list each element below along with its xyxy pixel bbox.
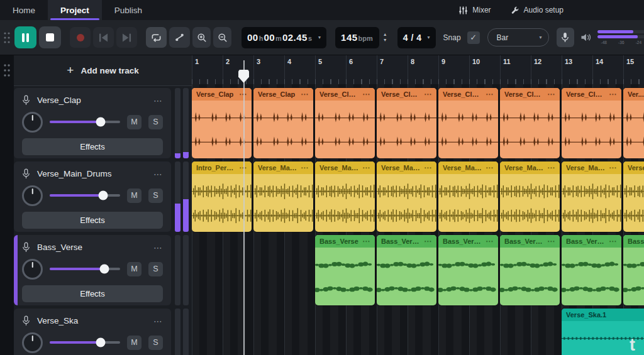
audio-clip[interactable]: Verse_Main_...⋯ — [438, 161, 498, 232]
track-menu-button[interactable]: ⋯ — [153, 243, 163, 253]
solo-button[interactable]: S — [148, 262, 163, 276]
track-menu-button[interactable]: ⋯ — [153, 169, 163, 179]
mute-button[interactable]: M — [127, 188, 142, 203]
clip-label: Verse_Main_... — [504, 164, 543, 172]
audio-clip[interactable]: Bass_V...⋯ — [623, 235, 644, 305]
audio-clip[interactable]: Verse_Main_...⋯ — [253, 161, 313, 232]
volume-slider-thumb[interactable] — [99, 191, 108, 200]
clip-menu-button[interactable]: ⋯ — [609, 163, 617, 172]
clip-menu-button[interactable]: ⋯ — [362, 90, 370, 99]
audio-clip[interactable]: Intro_Percus...⋯ — [192, 161, 252, 232]
timeline-grid[interactable]: Verse_Clap⋯Verse_Clap⋯Verse_Clap.1⋯Verse… — [192, 84, 644, 355]
automation-button[interactable] — [169, 27, 190, 48]
audio-clip[interactable]: Verse_Main_...⋯ — [315, 161, 375, 232]
mixer-button[interactable]: Mixer — [458, 6, 491, 15]
time-display-caret-icon[interactable]: ▾ — [318, 35, 321, 40]
snap-checkbox[interactable]: ✓ — [467, 31, 480, 44]
volume-slider-thumb[interactable] — [100, 265, 109, 274]
clip-menu-button[interactable]: ⋯ — [547, 90, 555, 99]
stop-button[interactable] — [39, 26, 61, 48]
input-mic-button[interactable] — [557, 28, 574, 47]
tempo-stepper[interactable]: ▲▼ — [383, 33, 387, 42]
audio-setup-button[interactable]: Audio setup — [510, 6, 564, 15]
clip-menu-button[interactable]: ⋯ — [609, 90, 617, 99]
tempo-display[interactable]: 145 bpm — [335, 27, 379, 48]
clip-menu-button[interactable]: ⋯ — [424, 237, 432, 246]
audio-clip[interactable]: Ver...⋯ — [623, 88, 644, 158]
tab-project[interactable]: Project — [48, 0, 102, 20]
pan-knob[interactable] — [22, 332, 43, 353]
clip-menu-button[interactable]: ⋯ — [424, 163, 432, 172]
volume-slider[interactable] — [50, 194, 120, 197]
loop-button[interactable] — [146, 27, 167, 48]
clip-menu-button[interactable]: ⋯ — [362, 237, 370, 246]
audio-clip[interactable]: Bass_Verse⋯ — [315, 235, 375, 305]
audio-clip[interactable]: Verse_Main_...⋯ — [500, 161, 560, 232]
volume-slider[interactable] — [50, 268, 120, 270]
volume-slider-thumb[interactable] — [96, 338, 105, 347]
clip-menu-button[interactable]: ⋯ — [486, 90, 494, 99]
speaker-icon[interactable] — [580, 33, 591, 42]
track-menu-button[interactable]: ⋯ — [153, 316, 163, 326]
pan-knob[interactable] — [22, 185, 43, 206]
mute-button[interactable]: M — [127, 262, 142, 276]
pan-knob[interactable] — [22, 112, 43, 133]
effects-button[interactable]: Effects — [22, 138, 163, 155]
clip-menu-button[interactable]: ⋯ — [547, 163, 555, 172]
zoom-in-button[interactable] — [192, 27, 211, 48]
effects-button[interactable]: Effects — [22, 285, 163, 302]
track-card[interactable]: Verse_Main_Drums ⋯ M S Effects — [14, 161, 171, 232]
tab-home[interactable]: Home — [0, 0, 48, 20]
audio-clip[interactable]: Verse_Main_...⋯ — [377, 161, 436, 232]
clip-menu-button[interactable]: ⋯ — [547, 237, 555, 246]
clip-menu-button[interactable]: ⋯ — [362, 163, 370, 172]
audio-clip[interactable]: Verse_Clap...⋯ — [500, 88, 560, 158]
time-signature-caret-icon[interactable]: ▾ — [428, 35, 430, 40]
track-card[interactable]: Verse_Ska ⋯ M S Effects — [14, 309, 171, 355]
effects-button[interactable]: Effects — [22, 212, 163, 229]
tab-publish[interactable]: Publish — [102, 0, 155, 20]
grid-select[interactable]: Bar ▾ — [487, 28, 549, 46]
zoom-out-button[interactable] — [213, 27, 231, 48]
timeline-ruler[interactable]: 123456789101112131415 — [192, 55, 644, 84]
audio-clip[interactable]: Verse_Clap...⋯ — [562, 88, 621, 158]
track-menu-button[interactable]: ⋯ — [153, 96, 163, 106]
audio-clip[interactable]: Verse_Clap⋯ — [253, 88, 313, 158]
skip-to-start-button[interactable] — [93, 27, 114, 48]
audio-clip[interactable]: Verse_Main_...⋯ — [562, 161, 621, 232]
transport-drag-handle[interactable] — [3, 31, 11, 45]
solo-button[interactable]: S — [148, 188, 163, 203]
skip-to-end-button[interactable] — [116, 27, 137, 48]
audio-clip[interactable]: Verse_...⋯ — [623, 161, 644, 232]
clip-menu-button[interactable]: ⋯ — [486, 163, 494, 172]
track-card[interactable]: Verse_Clap ⋯ M S Effects — [14, 88, 171, 158]
pause-button[interactable] — [14, 26, 36, 48]
add-new-track-button[interactable]: + Add new track — [14, 55, 192, 86]
time-signature-display[interactable]: 4 / 4 ▾ — [397, 27, 436, 48]
audio-clip[interactable]: Verse_Clap.1⋯ — [315, 88, 375, 158]
volume-slider-thumb[interactable] — [96, 117, 105, 127]
audio-clip[interactable]: Bass_Verse.3⋯ — [500, 235, 560, 305]
volume-slider[interactable] — [50, 121, 120, 123]
solo-button[interactable]: S — [148, 115, 163, 129]
clip-menu-button[interactable]: ⋯ — [301, 163, 309, 172]
volume-slider[interactable] — [50, 341, 120, 344]
record-button[interactable] — [70, 27, 91, 48]
audio-clip[interactable]: Verse_Clap...⋯ — [438, 88, 498, 158]
audio-clip[interactable]: Bass_Verse.1⋯ — [377, 235, 436, 305]
audio-clip[interactable]: Verse_Clap.1.1⋯ — [377, 88, 436, 158]
audio-clip[interactable]: Bass_Verse...⋯ — [562, 235, 621, 305]
clip-menu-button[interactable]: ⋯ — [486, 237, 494, 246]
clip-menu-button[interactable]: ⋯ — [424, 90, 432, 99]
track-card[interactable]: Bass_Verse ⋯ M S Effects — [14, 235, 171, 305]
clip-menu-button[interactable]: ⋯ — [301, 90, 309, 99]
mute-button[interactable]: M — [127, 336, 142, 350]
mute-button[interactable]: M — [127, 115, 142, 129]
clip-menu-button[interactable]: ⋯ — [609, 237, 617, 246]
audio-clip[interactable]: Verse_Clap⋯ — [192, 88, 252, 158]
time-display[interactable]: 00h00m02.45s ▾ — [242, 27, 326, 48]
solo-button[interactable]: S — [148, 336, 163, 350]
tracklist-drag-handle[interactable] — [3, 63, 11, 79]
audio-clip[interactable]: Bass_Verse.2⋯ — [438, 235, 498, 305]
pan-knob[interactable] — [22, 259, 43, 280]
